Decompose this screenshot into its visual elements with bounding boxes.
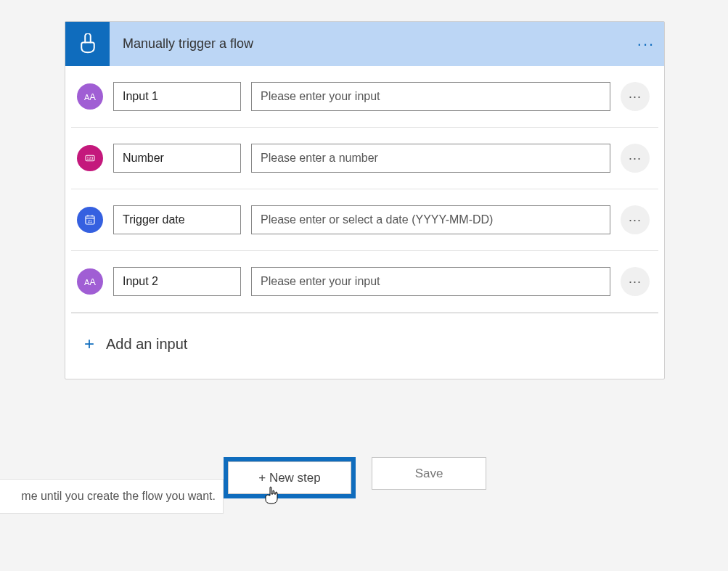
- input-description-field[interactable]: [251, 205, 610, 234]
- add-input-button[interactable]: + Add an input: [71, 313, 658, 379]
- input-more-button[interactable]: ···: [621, 267, 650, 296]
- text-type-icon: AA: [77, 268, 103, 295]
- hint-text: me until you create the flow you want.: [21, 490, 216, 503]
- input-description-field[interactable]: [251, 82, 610, 111]
- save-label: Save: [415, 467, 443, 481]
- plus-icon: +: [258, 471, 269, 485]
- add-input-label: Add an input: [106, 336, 187, 353]
- input-row: 21 ···: [71, 189, 658, 251]
- footer-actions: + New step Save: [224, 457, 486, 498]
- svg-text:21: 21: [88, 219, 92, 223]
- text-type-icon: AA: [77, 83, 103, 110]
- input-row: AA ···: [71, 251, 658, 313]
- input-description-field[interactable]: [251, 267, 610, 296]
- input-more-button[interactable]: ···: [621, 205, 650, 234]
- input-name-field[interactable]: [113, 144, 241, 173]
- input-description-field[interactable]: [251, 144, 610, 173]
- trigger-title: Manually trigger a flow: [110, 36, 628, 52]
- input-row: 123 ···: [71, 128, 658, 189]
- input-name-field[interactable]: [113, 267, 241, 296]
- save-button[interactable]: Save: [372, 457, 486, 490]
- flow-designer-canvas: Manually trigger a flow ··· AA ··· 123 ·…: [0, 0, 728, 571]
- input-more-button[interactable]: ···: [621, 82, 650, 111]
- input-row: AA ···: [71, 66, 658, 128]
- new-step-highlight: + New step: [224, 457, 356, 498]
- input-more-button[interactable]: ···: [621, 144, 650, 173]
- plus-icon: +: [84, 334, 94, 354]
- input-name-field[interactable]: [113, 82, 241, 111]
- number-type-icon: 123: [77, 145, 103, 171]
- input-name-field[interactable]: [113, 205, 241, 234]
- trigger-icon: [65, 22, 110, 66]
- trigger-more-button[interactable]: ···: [628, 22, 664, 66]
- date-type-icon: 21: [77, 207, 103, 233]
- trigger-card: Manually trigger a flow ··· AA ··· 123 ·…: [65, 21, 665, 379]
- trigger-card-body: AA ··· 123 ··· 21 ···: [65, 66, 664, 379]
- hint-tooltip: me until you create the flow you want.: [0, 479, 224, 514]
- trigger-card-header[interactable]: Manually trigger a flow ···: [65, 22, 664, 66]
- new-step-button[interactable]: + New step: [228, 461, 351, 494]
- new-step-label: New step: [269, 471, 321, 485]
- svg-text:123: 123: [87, 156, 94, 160]
